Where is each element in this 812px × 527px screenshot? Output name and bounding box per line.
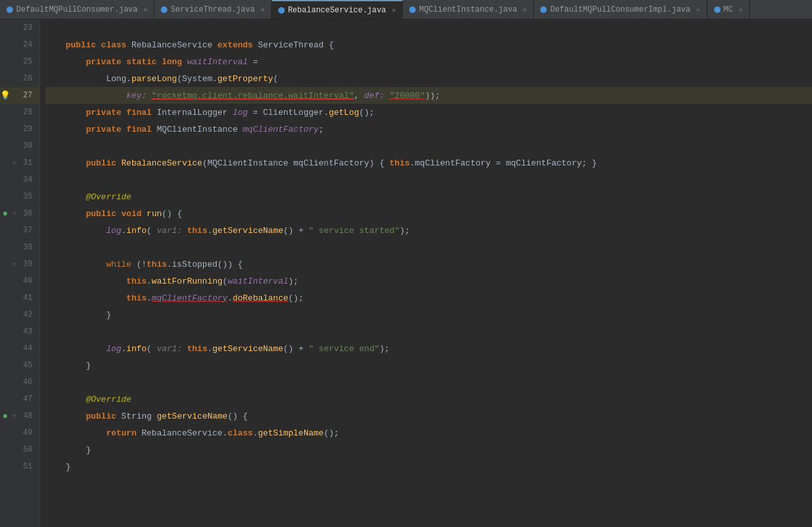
tab-close-icon[interactable]: ✕ [697,6,700,14]
gutter-row: ● 48 [0,408,40,424]
line-number: 36 [18,209,36,218]
tab-close-icon[interactable]: ✕ [261,6,265,14]
tab-label: RebalanceService.java [288,6,386,15]
green-dot-icon[interactable]: ● [0,411,10,421]
code-line-37: log.info( var1: this.getServiceName() + … [45,222,812,239]
tab-icon [6,6,13,13]
gutter-row: 31 [0,154,40,171]
editor: 23 24 25 26 💡 27 28 [0,19,812,527]
gutter-row: 23 [0,19,40,36]
line-number: 28 [18,108,36,117]
gutter-fold [10,75,18,82]
gutter-fold [10,446,18,454]
gutter-row: 35 [0,188,40,205]
line-number: 42 [18,310,36,319]
tab-icon [714,6,721,13]
gutter-icon [0,343,10,354]
line-number: 25 [18,57,36,66]
code-line-28: private final InternalLogger log = Clien… [45,104,812,121]
fold-icon[interactable] [10,412,18,420]
gutter-row: 40 [0,273,40,289]
tab-ServiceThread[interactable]: ServiceThread.java ✕ [154,0,272,19]
code-line-38 [45,239,812,256]
tab-close-icon[interactable]: ✕ [143,6,147,14]
gutter-icon [0,461,10,472]
tab-close-icon[interactable]: ✕ [523,6,527,14]
gutter-row: 49 [0,424,40,441]
green-dot-icon[interactable]: ● [0,208,10,219]
tab-RebalanceService[interactable]: RebalanceService.java ✕ [272,0,403,19]
bulb-icon[interactable]: 💡 [0,90,10,101]
code-line-35: @Override [45,188,812,205]
tab-icon [540,6,547,13]
gutter-fold [10,277,18,285]
gutter-icon [0,73,10,84]
gutter-row: 38 [0,239,40,256]
tab-MQClientInstance[interactable]: MQClientInstance.java ✕ [403,0,534,19]
gutter-fold [10,41,18,49]
gutter-row: 42 [0,306,40,323]
gutter-fold [10,58,18,66]
tab-label: MQClientInstance.java [419,5,517,14]
tab-label: DefaultMQPullConsumerImpl.java [550,5,690,14]
gutter-fold [10,243,18,251]
gutter-fold [10,463,18,471]
code-line-49: return RebalanceService.class.getSimpleN… [45,424,812,441]
gutter-fold [10,125,18,133]
code-line-48: public String getServiceName() { [45,408,812,424]
tab-mc[interactable]: MC ✕ [708,0,750,19]
gutter-icon [0,124,10,134]
gutter-row: 37 [0,222,40,239]
tab-DefaultMQPullConsumerImpl[interactable]: DefaultMQPullConsumerImpl.java ✕ [534,0,707,19]
code-line-45: } [45,357,812,374]
gutter-row: 50 [0,441,40,458]
fold-icon[interactable] [10,210,18,217]
gutter-row: 25 [0,53,40,70]
code-line-46 [45,374,812,391]
gutter-fold [10,227,18,234]
line-number: 47 [18,395,36,404]
tab-icon [409,6,416,13]
gutter-fold [10,108,18,116]
gutter-icon [0,394,10,404]
gutter-row: 41 [0,289,40,306]
line-number: 50 [18,445,36,454]
tab-icon [161,6,167,13]
code-area[interactable]: public class RebalanceService extends Se… [40,19,812,527]
gutter-icon [0,175,10,185]
gutter-fold [10,24,18,32]
gutter-row: 29 [0,121,40,138]
gutter-icon [0,445,10,455]
gutter-fold [10,362,18,369]
line-number: 38 [18,243,36,252]
code-line-24: public class RebalanceService extends Se… [45,36,812,53]
gutter-fold [10,142,18,150]
gutter: 23 24 25 26 💡 27 28 [0,19,40,527]
gutter-row: 39 [0,256,40,273]
code-line-36: public void run() { [45,205,812,222]
fold-icon[interactable] [10,159,18,167]
code-line-34 [45,171,812,188]
gutter-icon [0,23,10,33]
gutter-fold [10,429,18,437]
gutter-fold [10,92,18,99]
tab-bar: DefaultMQPullConsumer.java ✕ ServiceThre… [0,0,812,19]
gutter-row: ● 36 [0,205,40,222]
tab-DefaultMQPullConsumer[interactable]: DefaultMQPullConsumer.java ✕ [0,0,154,19]
tab-close-icon[interactable]: ✕ [392,6,396,14]
gutter-icon [0,191,10,202]
gutter-row: 30 [0,138,40,154]
tab-close-icon[interactable]: ✕ [739,6,743,14]
tab-label: DefaultMQPullConsumer.java [16,5,137,14]
tab-icon [278,7,285,14]
gutter-icon [0,40,10,50]
fold-icon[interactable] [10,260,18,268]
line-number: 27 [18,91,36,100]
code-line-31: public RebalanceService(MQClientInstance… [45,154,812,171]
gutter-row: 46 [0,374,40,391]
code-line-41: this.mqClientFactory.doRebalance(); [45,289,812,306]
gutter-row: 45 [0,357,40,374]
gutter-icon [0,326,10,337]
line-number: 43 [18,327,36,336]
line-number: 46 [18,378,36,387]
